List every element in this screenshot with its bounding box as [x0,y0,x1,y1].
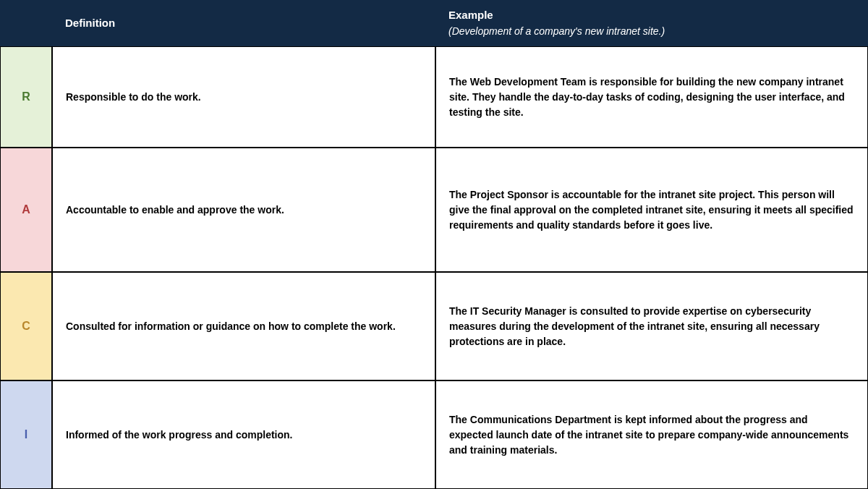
header-blank [0,0,52,46]
raci-table: Definition Example (Development of a com… [0,0,868,489]
def-bold-i: Informed [66,429,109,441]
def-rest-i: of the work progress and completion. [109,429,293,441]
ex-bold-r: responsible [600,76,658,88]
ex-pre-i: The Communications Department is kept [449,414,649,425]
example-i: The Communications Department is kept in… [435,380,868,489]
definition-r: Responsible to do the work. [52,46,435,148]
ex-bold-i: informed [649,414,692,425]
def-bold-r: Responsible [66,91,126,103]
definition-i: Informed of the work progress and comple… [52,380,435,489]
example-a: The Project Sponsor is accountable for t… [435,148,868,272]
definition-c: Consulted for information or guidance on… [52,272,435,380]
def-rest-a: to enable and approve the work. [127,204,284,216]
ex-pre-c: The IT Security Manager is [449,305,580,317]
example-c: The IT Security Manager is consulted to … [435,272,868,380]
def-rest-c: for information or guidance on how to co… [115,320,395,332]
ex-bold-c: consulted [580,305,628,317]
header-definition: Definition [52,0,435,46]
header-example-title: Example [448,7,493,24]
ex-pre-a: The Project Sponsor is [449,189,562,200]
def-bold-a: Accountable [66,204,127,216]
letter-r: R [0,46,52,148]
example-r: The Web Development Team is responsible … [435,46,868,148]
header-example-subtitle: (Development of a company's new intranet… [448,24,665,39]
header-example: Example (Development of a company's new … [435,0,868,46]
letter-c: C [0,272,52,380]
def-rest-r: to do the work. [126,91,200,103]
letter-i: I [0,380,52,489]
definition-a: Accountable to enable and approve the wo… [52,148,435,272]
def-bold-c: Consulted [66,320,115,332]
ex-pre-r: The Web Development Team is [449,76,600,88]
ex-bold-a: accountable [562,189,621,200]
letter-a: A [0,148,52,272]
